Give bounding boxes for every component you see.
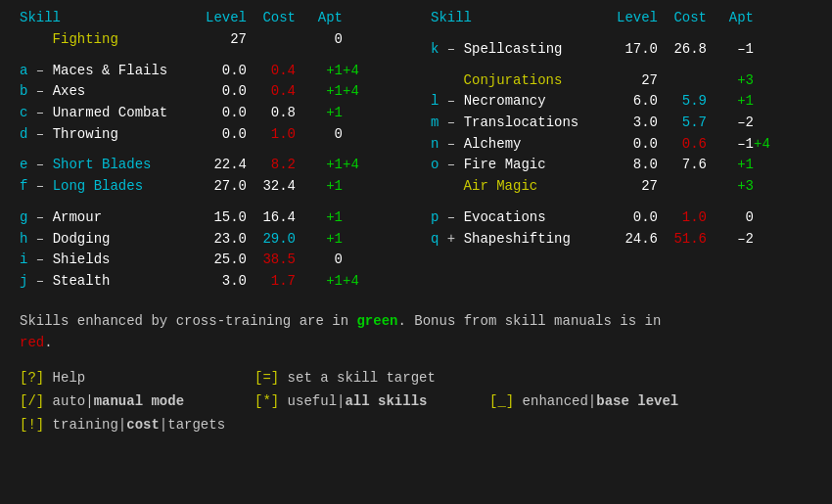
keybind-row: [!] training|cost|targets — [20, 414, 812, 437]
skill-cost: 29.0 — [254, 229, 303, 251]
keybind-key: [/] — [20, 393, 44, 409]
skill-name: Necromancy — [464, 93, 546, 109]
keybind-key: [_] — [489, 393, 514, 409]
list-item[interactable]: i – Shields25.038.50 — [20, 250, 431, 271]
skill-cost: 7.6 — [666, 155, 715, 176]
keybind-col — [254, 414, 489, 437]
skill-name: Long Blades — [53, 178, 143, 194]
list-item[interactable]: c – Unarmed Combat0.00.8+1 — [20, 103, 431, 124]
list-item[interactable]: b – Axes0.00.4+1 +4 — [20, 81, 431, 103]
skill-cost: 5.9 — [666, 91, 715, 113]
list-item[interactable]: h – Dodging23.029.0+1 — [20, 229, 431, 251]
keybind-col: [!] training|cost|targets — [20, 414, 254, 437]
list-item[interactable]: m – Translocations3.05.7–2 — [431, 113, 812, 134]
list-item[interactable]: Air Magic27+3 — [431, 176, 812, 198]
skill-key: p — [431, 209, 439, 225]
keybinds: [?] Help[=] set a skill target[/] auto|m… — [20, 367, 812, 436]
keybind-row: [/] auto|manual mode[*] useful|all skill… — [20, 390, 812, 414]
skill-name: Axes — [53, 83, 86, 99]
skill-sep: – — [36, 231, 44, 247]
footer-red: red — [20, 335, 44, 350]
skills-body: Fighting270a – Maces & Flails0.00.4+1 +4… — [20, 29, 812, 293]
skill-name: Short Blades — [53, 157, 152, 172]
skill-sep: – — [36, 126, 44, 142]
skill-apt: 0 — [303, 124, 343, 146]
skill-sep: – — [36, 252, 44, 267]
list-item[interactable]: n – Alchemy0.00.6–1 +4 — [431, 134, 812, 156]
skill-name-cell: i – Shields — [20, 250, 201, 271]
list-item[interactable]: j – Stealth3.01.7+1 +4 — [20, 271, 431, 293]
skill-key: j — [20, 273, 27, 289]
skill-apt: +3 — [715, 176, 754, 198]
skill-name: Unarmed Combat — [53, 105, 168, 120]
list-item[interactable]: f – Long Blades27.032.4+1 — [20, 176, 431, 198]
blank-row — [431, 61, 812, 70]
footer-text: Skills enhanced by cross-training are in… — [20, 310, 812, 354]
skill-cost: 0.4 — [254, 81, 303, 103]
skill-name-cell: a – Maces & Flails — [20, 61, 201, 82]
skill-apt: –1 — [715, 134, 754, 156]
skill-name-cell: o – Fire Magic — [431, 155, 612, 176]
skill-sep: – — [36, 83, 44, 99]
list-item[interactable]: q + Shapeshifting24.651.6–2 — [431, 229, 812, 251]
skill-apt: +1 — [303, 103, 343, 124]
list-item[interactable]: e – Short Blades22.48.2+1 +4 — [20, 155, 431, 176]
skill-name-cell: Conjurations — [431, 70, 612, 92]
skill-apt2: +4 — [754, 134, 770, 156]
skill-cost: 0.4 — [254, 61, 303, 82]
skill-sep: – — [447, 157, 455, 172]
skill-apt2: +4 — [343, 271, 359, 293]
skill-cost: 0.6 — [666, 134, 715, 156]
list-item[interactable]: Conjurations27+3 — [431, 70, 812, 92]
footer-pre: Skills enhanced by cross-training are in — [20, 313, 356, 329]
skill-sep: – — [36, 105, 44, 120]
keybind-col — [489, 414, 724, 437]
skill-level: 22.4 — [201, 155, 254, 176]
list-item[interactable]: k – Spellcasting17.026.8–1 — [431, 39, 812, 61]
skill-apt: 0 — [715, 207, 754, 229]
skill-name-cell: g – Armour — [20, 207, 201, 229]
skill-name-cell: f – Long Blades — [20, 176, 201, 198]
right-skill-header: Skill — [431, 10, 612, 25]
skill-sep: – — [447, 93, 455, 109]
list-item[interactable]: l – Necromancy6.05.9+1 — [431, 91, 812, 113]
skill-name: Stealth — [53, 273, 111, 289]
skill-cost: 51.6 — [666, 229, 715, 251]
skill-key: l — [431, 93, 439, 109]
skill-sep: – — [36, 157, 44, 172]
skill-cost: 8.2 — [254, 155, 303, 176]
skill-cost: 32.4 — [254, 176, 303, 198]
list-item[interactable]: d – Throwing0.01.00 — [20, 124, 431, 146]
list-item[interactable]: o – Fire Magic8.07.6+1 — [431, 155, 812, 176]
list-item[interactable]: g – Armour15.016.4+1 — [20, 207, 431, 229]
skill-cost: 38.5 — [254, 250, 303, 271]
skill-apt: –2 — [715, 229, 754, 251]
skill-level: 0.0 — [201, 103, 254, 124]
skill-name: Throwing — [53, 126, 118, 142]
skill-cost: 5.7 — [666, 113, 715, 134]
skill-key: f — [20, 178, 27, 194]
skill-name: Conjurations — [431, 70, 612, 92]
skill-apt: +1 — [715, 91, 754, 113]
skill-name: Alchemy — [464, 136, 522, 152]
footer-mid: . Bonus from skill manuals is in — [397, 313, 661, 329]
skill-name-cell: d – Throwing — [20, 124, 201, 146]
skill-name: Shapeshifting — [464, 231, 571, 247]
skill-level: 6.0 — [612, 91, 666, 113]
keybind-row: [?] Help[=] set a skill target — [20, 367, 812, 390]
list-item[interactable]: Fighting270 — [20, 29, 431, 51]
skill-name-cell: q + Shapeshifting — [431, 229, 612, 251]
footer-post: . — [44, 335, 52, 350]
skill-sep: – — [36, 209, 44, 225]
list-item[interactable]: a – Maces & Flails0.00.4+1 +4 — [20, 61, 431, 82]
skill-sep: – — [36, 178, 44, 194]
skill-sep: + — [447, 231, 455, 247]
keybind-col — [489, 367, 724, 390]
skill-name-cell: e – Short Blades — [20, 155, 201, 176]
skill-level: 3.0 — [612, 113, 666, 134]
skill-name: Dodging — [53, 231, 111, 247]
skill-name: Spellcasting — [464, 41, 563, 57]
skill-apt2: +4 — [343, 61, 359, 82]
keybind-key: [?] — [20, 370, 44, 386]
list-item[interactable]: p – Evocations0.01.00 — [431, 207, 812, 229]
